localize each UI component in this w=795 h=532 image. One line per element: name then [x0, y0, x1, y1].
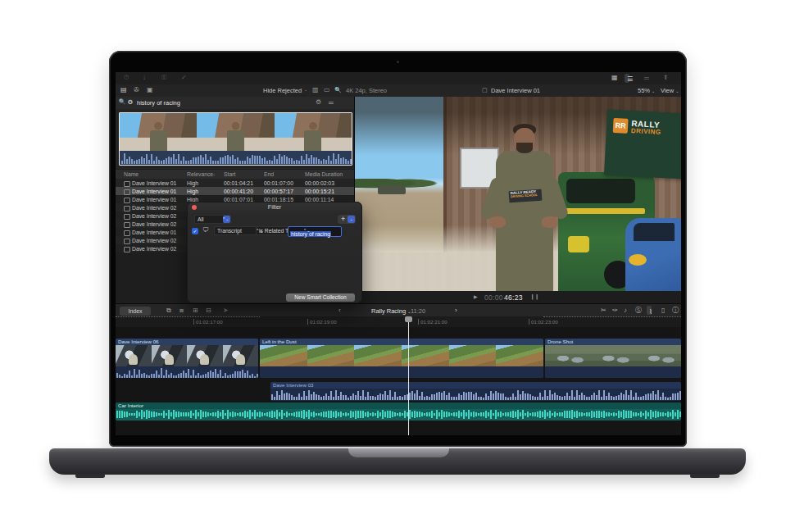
timeline-clip-video[interactable]: Drone Shot — [545, 339, 681, 378]
clip-icon — [124, 247, 130, 252]
presenter-hand — [489, 216, 506, 228]
column-name[interactable]: Name — [124, 171, 139, 177]
duration-slider-icon[interactable]: ▭ — [324, 87, 330, 93]
clip-appearance-icon[interactable]: ⚌ — [643, 75, 649, 81]
timeline-tracks: Dave Interview 06 Left in the Dust Drone… — [116, 327, 681, 435]
clip-label: Dave Interview 06 — [116, 339, 258, 345]
view-dropdown[interactable]: View ⌄ — [661, 87, 679, 94]
viewer-title: Dave Interview 01 — [491, 87, 540, 94]
new-smart-collection-button[interactable]: New Smart Collection — [286, 293, 355, 302]
timeline-clip-audio[interactable]: Dave Interview 03 — [270, 382, 681, 401]
timeline-toolbar: Index ⧉ ⧈ ⊞ ⊟ ➤ ‹ Rally Racing ⌄ 11:20 ›… — [116, 303, 681, 317]
filter-menu-icon[interactable]: ▥ — [312, 87, 319, 93]
selected-clip-filmstrip[interactable] — [119, 112, 352, 166]
clip-label: Dave Interview 03 — [270, 382, 681, 389]
timeline-clip-video[interactable]: Dave Interview 06 — [116, 339, 258, 378]
clip-icon — [124, 239, 130, 244]
transcript-rule-icon: 🗩 — [202, 227, 209, 234]
rule-condition-dropdown[interactable]: is Related To⌃⌄ — [256, 226, 312, 235]
zoom-level-dropdown[interactable]: 55% ⌄ — [638, 87, 655, 94]
background-tasks-icon[interactable]: ▣ — [147, 87, 153, 93]
fcp-window: ⏱ ↓ ⚿ ✓ ▦ ☰ ⚌ ⬆ ▤ ✇ ▣ Hide Rejected ⌄ ▥ … — [116, 72, 681, 435]
timeline-ruler[interactable]: 01:02:17:00 01:02:19:00 01:02:21:00 01:0… — [116, 316, 681, 328]
append-edit-icon[interactable]: ⊞ — [193, 307, 198, 314]
clip-icon — [124, 214, 130, 220]
previous-project-icon[interactable]: ‹ — [338, 307, 341, 314]
table-row-selected[interactable]: Dave Interview 01High 00:00:41:2000:00:5… — [116, 187, 354, 195]
clip-icon — [124, 206, 130, 211]
playhead-handle[interactable] — [405, 316, 412, 322]
webcam-dot — [397, 61, 399, 63]
column-relevance[interactable]: Relevance — [187, 171, 213, 177]
laptop-foot — [75, 474, 105, 478]
rule-checkbox[interactable]: ✓ — [192, 228, 198, 234]
timeline-clip-video[interactable]: Left in the Dust — [260, 339, 543, 378]
chevron-down-icon: ⌄ — [304, 88, 307, 92]
column-start[interactable]: Start — [224, 171, 235, 177]
presenter-hand — [542, 216, 558, 228]
clip-audio-strip — [545, 366, 681, 378]
search-input[interactable]: history of racing — [137, 99, 180, 107]
clip-waveform — [270, 389, 681, 400]
project-duration: 11:20 — [411, 307, 425, 315]
smart-collection-icon: ✪ — [128, 99, 133, 105]
download-icon[interactable]: ↓ — [143, 75, 146, 81]
lid-notch — [348, 448, 449, 457]
timeline-clip-audio[interactable]: Car Interior — [116, 402, 681, 421]
search-bar[interactable]: 🔍 ✪ history of racing ⚙ ⚌ — [116, 97, 354, 110]
grid-view-icon[interactable]: ▦ — [611, 75, 618, 81]
overwrite-edit-icon[interactable]: ⊟ — [206, 307, 211, 314]
laptop-foot — [690, 474, 720, 478]
audio-skimming-icon[interactable]: ♪ — [624, 307, 627, 314]
solo-icon[interactable]: Ⓢ — [635, 307, 642, 314]
check-circle-icon[interactable]: ✓ — [181, 75, 187, 81]
connect-edit-icon[interactable]: ⧉ — [166, 307, 171, 314]
laptop-base — [49, 448, 746, 475]
add-rule-chevron[interactable]: ⌄ — [348, 216, 355, 223]
trim-icon[interactable]: ✂ — [601, 307, 606, 314]
skimming-icon[interactable]: ✑ — [612, 307, 618, 314]
project-name-dropdown[interactable]: Rally Racing ⌄ — [371, 307, 411, 315]
media-import-icon[interactable]: ⏱ — [124, 75, 129, 81]
clip-icon — [124, 222, 130, 228]
ruler-label: 01:02:17:00 — [193, 319, 223, 325]
gear-icon[interactable]: ⚙ — [316, 99, 321, 106]
list-view-icon[interactable]: ☰ — [627, 76, 633, 83]
inspector-toggle-icon[interactable]: ⓘ — [672, 307, 679, 314]
insert-edit-icon[interactable]: ⧈ — [179, 307, 184, 314]
rule-type-dropdown[interactable]: Transcript⌃⌄ — [214, 226, 265, 235]
clip-icon — [124, 181, 130, 187]
index-button[interactable]: Index — [120, 307, 151, 316]
rule-value-field[interactable]: history of racing — [288, 226, 342, 237]
video-thumbnail — [120, 113, 197, 151]
playhead-line[interactable] — [408, 316, 409, 435]
hide-rejected-filter[interactable]: Hide Rejected — [263, 87, 302, 94]
clip-waveform — [116, 366, 258, 378]
clip-label: Left in the Dust — [260, 339, 543, 345]
scope-dropdown[interactable]: All⌃⌄ — [194, 215, 231, 224]
keyword-editor-icon[interactable]: ✇ — [134, 87, 139, 93]
clip-appearance-icon[interactable]: ⚌ — [328, 99, 334, 106]
key-icon[interactable]: ⚿ — [161, 75, 166, 81]
clip-icon — [124, 189, 130, 195]
share-icon[interactable]: ⬆ — [663, 75, 669, 81]
shirt-logo: RALLY READY DRIVING SCHOOL — [509, 189, 543, 203]
browser-toggle-icon[interactable]: ▯ — [661, 307, 665, 314]
video-frame[interactable]: RRRALLYDRIVING RALLY READY DRIVING SCHOO… — [355, 97, 681, 291]
tool-selector-icon[interactable]: ➤ — [223, 307, 229, 314]
column-end[interactable]: End — [264, 171, 274, 177]
sidebar-toggle-icon[interactable]: ▤ — [120, 87, 127, 93]
play-button[interactable]: ▶ — [474, 294, 478, 299]
viewer-panel: RRRALLYDRIVING RALLY READY DRIVING SCHOO… — [355, 97, 681, 303]
blue-rally-car — [625, 218, 681, 291]
next-project-icon[interactable]: › — [455, 307, 457, 314]
add-rule-button[interactable]: + ⌄ — [338, 215, 356, 224]
clip-icon — [124, 230, 130, 236]
search-icon[interactable]: 🔍 — [334, 87, 342, 93]
filter-window[interactable]: Filter All⌃⌄ + ⌄ ✓ 🗩 Transcript⌃⌄ is Rel… — [187, 202, 362, 303]
search-icon: 🔍 — [119, 99, 125, 105]
audio-meters-icon[interactable]: ❙❙ — [530, 294, 539, 300]
table-row[interactable]: Dave Interview 01High 00:01:04:2100:01:0… — [116, 179, 354, 187]
column-duration[interactable]: Media Duration — [305, 171, 343, 177]
snapping-icon[interactable]: ⌇ — [649, 309, 652, 316]
